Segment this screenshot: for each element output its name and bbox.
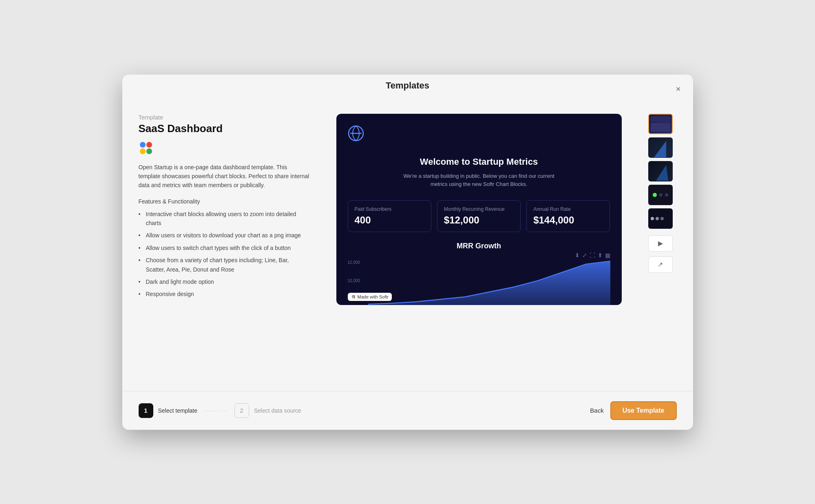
- made-with-badge: Made with Softr: [348, 293, 392, 301]
- step-2-badge: 2: [234, 403, 249, 418]
- back-button[interactable]: Back: [590, 407, 603, 414]
- preview-hero-title: Welcome to Startup Metrics: [348, 157, 610, 167]
- template-icon: [139, 141, 153, 155]
- share-icon: ↗: [658, 261, 663, 268]
- close-button[interactable]: ×: [672, 83, 685, 96]
- dashboard-preview: Welcome to Startup Metrics We're a start…: [336, 114, 622, 305]
- svg-point-8: [353, 295, 355, 297]
- metric-card-subscribers: Paid Subscribers 400: [348, 200, 431, 232]
- preview-hero-subtitle: We're a startup building in public. Belo…: [402, 172, 557, 189]
- features-list: Interactive chart blocks allowing users …: [139, 210, 310, 299]
- step-dots: ···········: [204, 408, 228, 413]
- thumbnail-2[interactable]: [648, 137, 673, 158]
- svg-point-0: [140, 142, 146, 148]
- chart-svg: [368, 260, 610, 305]
- svg-point-3: [146, 148, 152, 154]
- right-sidebar: ▶ ↗: [648, 110, 677, 379]
- metrics-row: Paid Subscribers 400 Monthly Recurring R…: [348, 200, 610, 232]
- step-2-label: Select data source: [254, 407, 301, 414]
- metric-value-mrr: $12,000: [444, 214, 514, 226]
- share-button[interactable]: ↗: [648, 256, 673, 273]
- feature-item: Responsive design: [139, 290, 310, 298]
- metric-label-subscribers: Paid Subscribers: [355, 206, 424, 212]
- chart-tool-upload[interactable]: ⬆: [598, 252, 603, 259]
- page-title: Templates: [122, 75, 693, 93]
- chart-toolbar: ⬇ ⤢ ⛶ ⬆ ▦: [575, 252, 610, 259]
- feature-item: Interactive chart blocks allowing users …: [139, 210, 310, 228]
- preview-play-button[interactable]: ▶: [648, 235, 673, 252]
- modal-container: Templates × Template SaaS Dashboard Open…: [122, 75, 693, 430]
- feature-item: Choose from a variety of chart types inc…: [139, 256, 310, 274]
- svg-point-10: [353, 297, 355, 298]
- thumbnail-5[interactable]: [648, 208, 673, 229]
- template-label: Template: [139, 114, 310, 121]
- thumbnail-1[interactable]: [648, 114, 673, 134]
- chart-tool-bar[interactable]: ▦: [605, 252, 610, 259]
- chart-tool-download[interactable]: ⬇: [575, 252, 580, 259]
- chart-tool-expand[interactable]: ⤢: [582, 252, 587, 259]
- modal-footer: 1 Select template ··········· 2 Select d…: [122, 391, 693, 430]
- svg-marker-6: [368, 261, 610, 305]
- use-template-button[interactable]: Use Template: [610, 401, 677, 420]
- template-description: Open Startup is a one-page data dashboar…: [139, 163, 310, 190]
- metric-card-mrr: Monthly Recurring Revenue $12,000: [437, 200, 521, 232]
- play-icon: ▶: [658, 239, 663, 247]
- svg-point-2: [140, 148, 146, 154]
- feature-item: Allow users or visitors to download your…: [139, 231, 310, 240]
- preview-logo-icon: [348, 125, 610, 144]
- template-title: SaaS Dashboard: [139, 122, 310, 135]
- left-panel: Template SaaS Dashboard Open Startup is …: [139, 110, 310, 379]
- svg-point-1: [146, 142, 152, 148]
- preview-hero: Welcome to Startup Metrics We're a start…: [348, 157, 610, 189]
- chart-tool-fullscreen[interactable]: ⛶: [590, 252, 595, 259]
- metric-label-mrr: Monthly Recurring Revenue: [444, 206, 514, 212]
- feature-item: Allow users to switch chart types with t…: [139, 243, 310, 252]
- mrr-title: MRR Growth: [348, 242, 610, 250]
- step-1-badge: 1: [139, 403, 153, 418]
- made-with-label: Made with Softr: [358, 294, 389, 299]
- feature-item: Dark and light mode option: [139, 277, 310, 286]
- step-1-label: Select template: [158, 407, 198, 414]
- svg-point-7: [352, 295, 353, 297]
- features-heading: Features & Functionality: [139, 198, 310, 205]
- metric-card-arr: Annual Run Rate $144,000: [526, 200, 610, 232]
- modal-body: Template SaaS Dashboard Open Startup is …: [122, 93, 693, 379]
- metric-label-arr: Annual Run Rate: [533, 206, 603, 212]
- metric-value-arr: $144,000: [533, 214, 603, 226]
- center-panel: Welcome to Startup Metrics We're a start…: [326, 110, 632, 379]
- thumbnail-4[interactable]: [648, 185, 673, 205]
- svg-point-9: [352, 297, 353, 298]
- metric-value-subscribers: 400: [355, 214, 424, 226]
- thumbnail-3[interactable]: [648, 161, 673, 181]
